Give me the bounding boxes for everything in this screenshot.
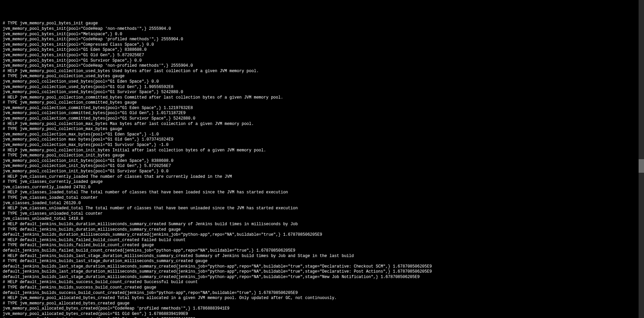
- scrollbar-track[interactable]: [639, 0, 644, 318]
- scrollbar-thumb[interactable]: [639, 159, 644, 173]
- prometheus-metrics-output: # TYPE jvm_memory_pool_bytes_init gauge …: [3, 21, 641, 318]
